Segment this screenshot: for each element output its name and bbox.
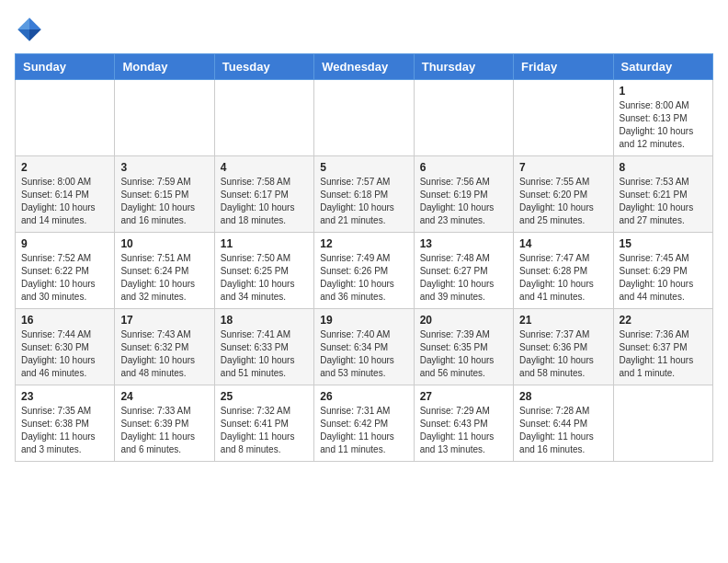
calendar-cell [414, 80, 513, 156]
day-number: 3 [120, 161, 208, 174]
calendar-cell: 18Sunrise: 7:41 AM Sunset: 6:33 PM Dayli… [214, 309, 313, 385]
day-info: Sunrise: 7:43 AM Sunset: 6:32 PM Dayligh… [120, 328, 208, 380]
day-info: Sunrise: 7:48 AM Sunset: 6:27 PM Dayligh… [420, 252, 507, 304]
calendar-week-4: 16Sunrise: 7:44 AM Sunset: 6:30 PM Dayli… [16, 309, 713, 385]
day-info: Sunrise: 7:59 AM Sunset: 6:15 PM Dayligh… [120, 176, 208, 227]
day-info: Sunrise: 7:53 AM Sunset: 6:21 PM Dayligh… [620, 176, 707, 227]
calendar-cell [16, 80, 115, 156]
day-number: 26 [320, 390, 407, 403]
calendar-cell: 23Sunrise: 7:35 AM Sunset: 6:38 PM Dayli… [16, 385, 115, 462]
day-number: 22 [620, 314, 707, 327]
day-info: Sunrise: 7:39 AM Sunset: 6:35 PM Dayligh… [420, 328, 507, 380]
day-number: 24 [120, 390, 208, 403]
day-info: Sunrise: 7:40 AM Sunset: 6:34 PM Dayligh… [320, 328, 407, 380]
day-info: Sunrise: 7:35 AM Sunset: 6:38 PM Dayligh… [21, 405, 108, 456]
calendar-header-friday: Friday [514, 54, 613, 80]
day-info: Sunrise: 7:32 AM Sunset: 6:41 PM Dayligh… [221, 405, 308, 456]
calendar-cell: 28Sunrise: 7:28 AM Sunset: 6:44 PM Dayli… [514, 385, 613, 462]
calendar-cell: 16Sunrise: 7:44 AM Sunset: 6:30 PM Dayli… [16, 309, 115, 385]
day-info: Sunrise: 7:29 AM Sunset: 6:43 PM Dayligh… [420, 405, 507, 456]
day-info: Sunrise: 7:33 AM Sunset: 6:39 PM Dayligh… [120, 405, 208, 456]
day-info: Sunrise: 7:31 AM Sunset: 6:42 PM Dayligh… [320, 405, 407, 456]
calendar-cell: 24Sunrise: 7:33 AM Sunset: 6:39 PM Dayli… [115, 385, 214, 462]
day-info: Sunrise: 7:36 AM Sunset: 6:37 PM Dayligh… [620, 328, 707, 380]
day-number: 23 [21, 390, 108, 403]
calendar-cell: 10Sunrise: 7:51 AM Sunset: 6:24 PM Dayli… [115, 233, 214, 309]
calendar-cell: 20Sunrise: 7:39 AM Sunset: 6:35 PM Dayli… [414, 309, 513, 385]
day-number: 16 [21, 314, 108, 327]
calendar-week-1: 1Sunrise: 8:00 AM Sunset: 6:13 PM Daylig… [16, 80, 713, 156]
day-number: 8 [620, 161, 707, 174]
calendar-header-sunday: Sunday [16, 54, 115, 80]
day-number: 2 [21, 161, 108, 174]
calendar-week-3: 9Sunrise: 7:52 AM Sunset: 6:22 PM Daylig… [16, 233, 713, 309]
calendar-table: SundayMondayTuesdayWednesdayThursdayFrid… [15, 53, 713, 462]
calendar-week-2: 2Sunrise: 8:00 AM Sunset: 6:14 PM Daylig… [16, 156, 713, 233]
calendar-cell: 11Sunrise: 7:50 AM Sunset: 6:25 PM Dayli… [214, 233, 313, 309]
day-number: 14 [519, 237, 607, 250]
svg-marker-2 [17, 17, 29, 29]
calendar-header-wednesday: Wednesday [314, 54, 414, 80]
calendar-header-row: SundayMondayTuesdayWednesdayThursdayFrid… [16, 54, 713, 80]
calendar-cell [214, 80, 313, 156]
calendar-cell [314, 80, 414, 156]
day-info: Sunrise: 7:37 AM Sunset: 6:36 PM Dayligh… [519, 328, 607, 380]
day-number: 18 [221, 314, 308, 327]
day-info: Sunrise: 7:55 AM Sunset: 6:20 PM Dayligh… [519, 176, 607, 227]
day-info: Sunrise: 7:57 AM Sunset: 6:18 PM Dayligh… [320, 176, 407, 227]
calendar-cell: 21Sunrise: 7:37 AM Sunset: 6:36 PM Dayli… [514, 309, 613, 385]
calendar-cell: 13Sunrise: 7:48 AM Sunset: 6:27 PM Dayli… [414, 233, 513, 309]
day-info: Sunrise: 7:56 AM Sunset: 6:19 PM Dayligh… [420, 176, 507, 227]
day-number: 6 [420, 161, 507, 174]
page-header [15, 15, 713, 44]
day-info: Sunrise: 7:41 AM Sunset: 6:33 PM Dayligh… [221, 328, 308, 380]
day-number: 21 [519, 314, 607, 327]
calendar-header-monday: Monday [115, 54, 214, 80]
calendar-cell: 25Sunrise: 7:32 AM Sunset: 6:41 PM Dayli… [214, 385, 313, 462]
day-number: 25 [221, 390, 308, 403]
day-number: 19 [320, 314, 407, 327]
day-info: Sunrise: 7:51 AM Sunset: 6:24 PM Dayligh… [120, 252, 208, 304]
calendar-cell [514, 80, 613, 156]
calendar-cell: 8Sunrise: 7:53 AM Sunset: 6:21 PM Daylig… [613, 156, 712, 233]
day-number: 12 [320, 237, 407, 250]
calendar-cell: 7Sunrise: 7:55 AM Sunset: 6:20 PM Daylig… [514, 156, 613, 233]
calendar-cell: 1Sunrise: 8:00 AM Sunset: 6:13 PM Daylig… [613, 80, 712, 156]
day-number: 20 [420, 314, 507, 327]
calendar-cell: 14Sunrise: 7:47 AM Sunset: 6:28 PM Dayli… [514, 233, 613, 309]
calendar-cell: 5Sunrise: 7:57 AM Sunset: 6:18 PM Daylig… [314, 156, 414, 233]
day-number: 27 [420, 390, 507, 403]
calendar-cell: 17Sunrise: 7:43 AM Sunset: 6:32 PM Dayli… [115, 309, 214, 385]
calendar-cell: 26Sunrise: 7:31 AM Sunset: 6:42 PM Dayli… [314, 385, 414, 462]
day-number: 9 [21, 237, 108, 250]
svg-marker-1 [29, 29, 41, 41]
day-number: 5 [320, 161, 407, 174]
calendar-header-thursday: Thursday [414, 54, 513, 80]
day-number: 7 [519, 161, 607, 174]
calendar-cell [613, 385, 712, 462]
day-info: Sunrise: 7:49 AM Sunset: 6:26 PM Dayligh… [320, 252, 407, 304]
day-info: Sunrise: 8:00 AM Sunset: 6:14 PM Dayligh… [21, 176, 108, 227]
day-info: Sunrise: 7:50 AM Sunset: 6:25 PM Dayligh… [221, 252, 308, 304]
day-number: 17 [120, 314, 208, 327]
calendar-cell: 15Sunrise: 7:45 AM Sunset: 6:29 PM Dayli… [613, 233, 712, 309]
calendar-cell: 27Sunrise: 7:29 AM Sunset: 6:43 PM Dayli… [414, 385, 513, 462]
day-number: 11 [221, 237, 308, 250]
day-info: Sunrise: 7:52 AM Sunset: 6:22 PM Dayligh… [21, 252, 108, 304]
calendar-cell: 12Sunrise: 7:49 AM Sunset: 6:26 PM Dayli… [314, 233, 414, 309]
day-number: 1 [620, 85, 707, 98]
calendar-cell [115, 80, 214, 156]
calendar-cell: 19Sunrise: 7:40 AM Sunset: 6:34 PM Dayli… [314, 309, 414, 385]
logo-icon [15, 15, 44, 44]
day-number: 28 [519, 390, 607, 403]
day-info: Sunrise: 7:45 AM Sunset: 6:29 PM Dayligh… [620, 252, 707, 304]
day-number: 15 [620, 237, 707, 250]
calendar-cell: 6Sunrise: 7:56 AM Sunset: 6:19 PM Daylig… [414, 156, 513, 233]
svg-marker-0 [29, 17, 41, 29]
day-info: Sunrise: 7:44 AM Sunset: 6:30 PM Dayligh… [21, 328, 108, 380]
calendar-week-5: 23Sunrise: 7:35 AM Sunset: 6:38 PM Dayli… [16, 385, 713, 462]
calendar-cell: 22Sunrise: 7:36 AM Sunset: 6:37 PM Dayli… [613, 309, 712, 385]
day-info: Sunrise: 7:28 AM Sunset: 6:44 PM Dayligh… [519, 405, 607, 456]
svg-marker-3 [17, 29, 29, 41]
calendar-header-saturday: Saturday [613, 54, 712, 80]
